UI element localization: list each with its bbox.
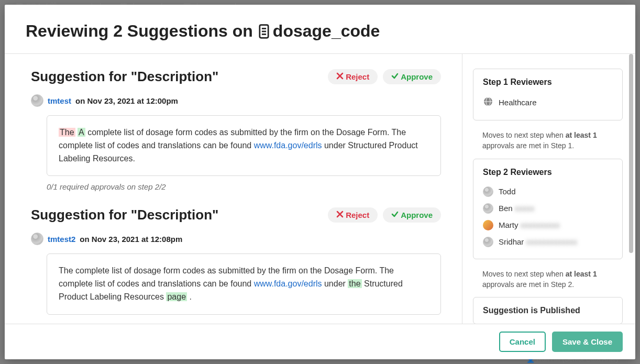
author-link[interactable]: tmtest xyxy=(48,96,71,105)
approve-button[interactable]: Approve xyxy=(383,69,441,84)
x-icon xyxy=(336,72,344,81)
content-link[interactable]: www.fda.gov/edrls xyxy=(254,141,322,150)
step2-note: Moves to next step when at least 1 appro… xyxy=(473,268,623,297)
avatar xyxy=(31,94,43,107)
modal-header: Reviewing 2 Suggestions on dosage_code xyxy=(5,5,635,54)
check-icon xyxy=(391,72,399,81)
added-text: A xyxy=(78,128,85,137)
review-suggestions-modal: Reviewing 2 Suggestions on dosage_code xyxy=(5,5,635,359)
diff-content: The complete list of dosage form codes a… xyxy=(47,253,441,314)
reviewers-panel: Step 1 Reviewers Healthcare Moves to nex… xyxy=(462,54,635,324)
reviewer-name: Marty xxxxxxxxxx xyxy=(499,220,560,229)
suggestion-title: Suggestion for "Description" xyxy=(31,69,218,85)
scrollbar[interactable] xyxy=(629,54,634,324)
reviewer-row: Marty xxxxxxxxxx xyxy=(483,217,613,234)
suggestion-title: Suggestion for "Description" xyxy=(31,207,218,223)
author-link[interactable]: tmtest2 xyxy=(48,235,75,244)
step1-note: Moves to next step when at least 1 appro… xyxy=(473,129,623,159)
reviewer-name: Healthcare xyxy=(499,98,537,107)
reviewer-name: Ben xxxxx xyxy=(499,204,534,213)
suggestions-panel: Suggestion for "Description" Reject xyxy=(5,54,462,324)
approval-status: 0/1 required approvals on step 2/2 xyxy=(47,182,441,191)
modal-footer: Cancel Save & Close xyxy=(5,324,635,359)
modal-title: Reviewing 2 Suggestions on dosage_code xyxy=(26,21,614,41)
avatar xyxy=(483,220,493,230)
suggestion-item: Suggestion for "Description" Reject xyxy=(31,69,441,191)
reviewer-name: Sridhar xxxxxxxxxxxxx xyxy=(499,237,577,246)
reviewer-row: Ben xxxxx xyxy=(483,200,613,217)
avatar xyxy=(31,233,43,245)
avatar xyxy=(483,203,493,214)
reviewer-name: Todd xyxy=(499,187,516,196)
avatar xyxy=(483,237,493,247)
author-date: on Nov 23, 2021 at 12:00pm xyxy=(75,96,178,105)
reviewer-row: Healthcare xyxy=(483,93,613,112)
diff-content: The A complete list of dosage form codes… xyxy=(47,115,441,176)
globe-icon xyxy=(483,96,493,108)
author-date: on Nov 23, 2021 at 12:08pm xyxy=(80,235,182,244)
save-close-button[interactable]: Save & Close xyxy=(552,332,623,352)
published-card: Suggestion is Published xyxy=(473,297,623,324)
column-icon xyxy=(257,24,271,39)
reject-button[interactable]: Reject xyxy=(328,207,378,223)
content-link[interactable]: www.fda.gov/edrls xyxy=(254,279,322,288)
suggestion-item: Suggestion for "Description" Reject xyxy=(31,207,441,314)
cancel-button[interactable]: Cancel xyxy=(499,332,546,352)
added-text: the xyxy=(348,279,361,288)
removed-text: The xyxy=(59,128,75,137)
approve-button[interactable]: Approve xyxy=(383,207,441,223)
step1-reviewers-card: Step 1 Reviewers Healthcare xyxy=(473,69,623,120)
avatar xyxy=(483,186,493,197)
reject-button[interactable]: Reject xyxy=(328,69,378,84)
added-text: page xyxy=(166,292,187,301)
reviewer-row: Sridhar xxxxxxxxxxxxx xyxy=(483,234,613,250)
card-title: Step 2 Reviewers xyxy=(483,168,613,177)
check-icon xyxy=(391,211,399,219)
reviewer-row: Todd xyxy=(483,183,613,200)
card-title: Step 1 Reviewers xyxy=(483,78,613,87)
step2-reviewers-card: Step 2 Reviewers Todd Ben xxxxx Marty xx… xyxy=(473,159,623,259)
x-icon xyxy=(336,211,344,219)
